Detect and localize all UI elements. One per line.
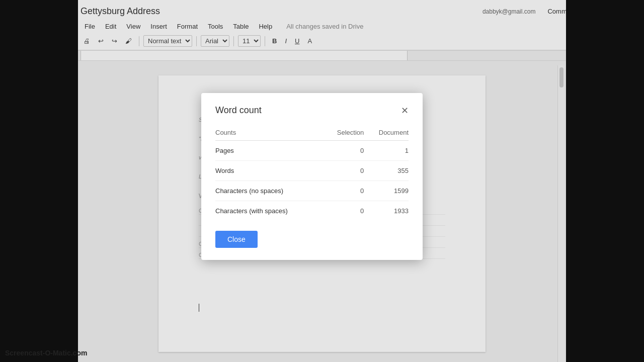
word-count-dialog: Word count ✕ Counts Selection Document P… <box>201 93 423 260</box>
row-selection-0: 0 <box>324 141 364 161</box>
table-row: Pages01 <box>215 141 409 161</box>
row-document-3: 1933 <box>364 201 409 221</box>
row-selection-1: 0 <box>324 161 364 181</box>
row-selection-3: 0 <box>324 201 364 221</box>
dialog-close-button[interactable]: ✕ <box>401 106 409 115</box>
col-header-selection: Selection <box>324 126 364 141</box>
col-header-counts: Counts <box>215 126 324 141</box>
row-document-2: 1599 <box>364 181 409 201</box>
row-document-1: 355 <box>364 161 409 181</box>
dialog-footer: Close <box>215 231 409 248</box>
close-button[interactable]: Close <box>215 231 258 248</box>
row-label-3: Characters (with spaces) <box>215 201 324 221</box>
row-label-1: Words <box>215 161 324 181</box>
table-row: Characters (no spaces)01599 <box>215 181 409 201</box>
dialog-header: Word count ✕ <box>215 105 409 116</box>
row-label-2: Characters (no spaces) <box>215 181 324 201</box>
row-selection-2: 0 <box>324 181 364 201</box>
word-count-table: Counts Selection Document Pages01Words03… <box>215 126 409 221</box>
row-document-0: 1 <box>364 141 409 161</box>
dialog-title: Word count <box>215 105 262 116</box>
table-row: Words0355 <box>215 161 409 181</box>
table-header-row: Counts Selection Document <box>215 126 409 141</box>
col-header-document: Document <box>364 126 409 141</box>
table-row: Characters (with spaces)01933 <box>215 201 409 221</box>
watermark: Screencast-O-Matic.com <box>5 349 87 357</box>
table-body: Pages01Words0355Characters (no spaces)01… <box>215 141 409 221</box>
row-label-0: Pages <box>215 141 324 161</box>
